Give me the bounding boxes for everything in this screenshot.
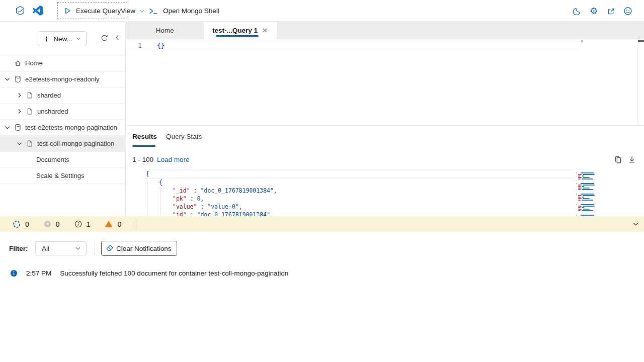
minimap-mark bbox=[581, 204, 594, 205]
chevron-down-icon[interactable] bbox=[632, 220, 639, 228]
sidebar-item-label: Home bbox=[25, 59, 43, 67]
minimap-mark bbox=[576, 194, 577, 195]
new-button[interactable]: New... bbox=[38, 31, 87, 46]
sidebar-item-home[interactable]: Home bbox=[0, 55, 125, 71]
json-token-key: "_id" bbox=[173, 187, 190, 194]
close-icon[interactable] bbox=[262, 28, 268, 34]
divider bbox=[95, 242, 95, 255]
load-more-link[interactable]: Load more bbox=[157, 156, 190, 163]
filter-label: Filter: bbox=[9, 245, 28, 252]
sidebar: New... Homee2etests-mongo-readonlysharde… bbox=[0, 22, 126, 216]
json-token-punct: , bbox=[239, 203, 243, 210]
chevron-right-icon[interactable] bbox=[16, 108, 23, 115]
minimap-mark bbox=[578, 186, 581, 187]
minimap[interactable] bbox=[576, 170, 602, 216]
download-results-button[interactable] bbox=[628, 155, 637, 164]
chevron-down-icon[interactable] bbox=[4, 76, 11, 83]
notification-status-bar: 0010 bbox=[0, 216, 644, 232]
json-token-string: "doc_0_1767819001384" bbox=[200, 187, 273, 194]
json-token-punct: : bbox=[197, 203, 207, 210]
chevron-down-icon bbox=[76, 36, 81, 41]
database-icon bbox=[14, 124, 22, 131]
execute-query-label: Execute Query bbox=[76, 7, 121, 15]
json-token-bracket: [ bbox=[146, 170, 149, 177]
status-count-value: 0 bbox=[25, 220, 29, 228]
json-token-punct: : bbox=[187, 211, 197, 216]
query-text: {} bbox=[157, 42, 165, 49]
minimap-mark bbox=[578, 200, 581, 201]
result-json-line: "pk" : 0, bbox=[142, 195, 574, 203]
tab-query-label: test-...Query 1 bbox=[212, 27, 258, 34]
sidebar-item-documents[interactable]: Documents bbox=[0, 152, 125, 168]
sidebar-item-scale-settings[interactable]: Scale & Settings bbox=[0, 168, 125, 184]
editor-scrollbar[interactable] bbox=[637, 39, 644, 125]
notification-text: Successfully fetched 100 document for co… bbox=[60, 269, 288, 277]
tab-results[interactable]: Results bbox=[132, 133, 157, 140]
results-json-viewer[interactable]: [{"_id" : "doc_0_1767819001384","pk" : 0… bbox=[142, 170, 574, 216]
minimap-block bbox=[576, 172, 602, 180]
minimap-mark bbox=[576, 172, 577, 173]
sidebar-item-unsharded[interactable]: unsharded bbox=[0, 104, 125, 120]
collapse-sidebar-button[interactable] bbox=[114, 34, 122, 42]
view-dropdown[interactable]: View bbox=[121, 0, 145, 22]
minimap-mark bbox=[576, 204, 577, 205]
plus-icon bbox=[43, 36, 50, 42]
current-line-highlight bbox=[126, 41, 579, 49]
minimap-mark bbox=[583, 195, 595, 196]
minimap-mark bbox=[583, 198, 590, 199]
chevron-down-icon bbox=[75, 245, 81, 251]
chevron-down-icon bbox=[139, 8, 145, 14]
settings-button[interactable]: ⚙ bbox=[589, 6, 599, 16]
chevron-right-icon[interactable] bbox=[16, 92, 23, 99]
sidebar-item-label: Documents bbox=[36, 156, 69, 163]
chevron-down-icon[interactable] bbox=[16, 140, 23, 147]
json-token-key: "value" bbox=[173, 203, 197, 210]
tab-query[interactable]: test-...Query 1 bbox=[204, 22, 277, 39]
minimap-mark bbox=[576, 215, 577, 216]
query-editor[interactable]: 1 {} bbox=[126, 39, 644, 126]
sidebar-item-test-e2etests-mongo-pagination[interactable]: test-e2etests-mongo-pagination bbox=[0, 120, 125, 136]
notification-message: 2:57 PM Successfully fetched 100 documen… bbox=[10, 269, 288, 277]
minimap-mark bbox=[581, 183, 594, 184]
theme-toggle-button[interactable] bbox=[572, 6, 582, 16]
tab-query-stats[interactable]: Query Stats bbox=[166, 133, 202, 140]
copy-results-button[interactable] bbox=[614, 155, 623, 164]
clear-notifications-button[interactable]: Clear Notifications bbox=[101, 241, 177, 256]
minimap-mark bbox=[578, 178, 581, 179]
minimap-mark bbox=[582, 207, 584, 208]
terminal-icon bbox=[149, 8, 158, 15]
tab-home[interactable]: Home bbox=[126, 22, 204, 39]
minimap-mark bbox=[581, 215, 594, 216]
sidebar-item-test-coll-mongo-pagination[interactable]: test-coll-mongo-pagination bbox=[0, 136, 125, 152]
notification-counts: 0010 bbox=[13, 220, 136, 228]
refresh-button[interactable] bbox=[101, 34, 109, 42]
sidebar-item-e2etests-mongo-readonly[interactable]: e2etests-mongo-readonly bbox=[0, 71, 125, 87]
open-mongo-shell-button[interactable]: Open Mongo Shell bbox=[149, 0, 219, 22]
scrollbar-thumb[interactable] bbox=[638, 40, 644, 42]
json-token-punct: : bbox=[187, 195, 197, 202]
open-in-new-window-button[interactable] bbox=[606, 6, 616, 16]
moon-icon bbox=[573, 7, 581, 16]
result-json-line: [ bbox=[142, 170, 574, 178]
minimap-mark bbox=[576, 183, 577, 184]
chevron-down-icon[interactable] bbox=[4, 124, 11, 131]
collection-icon bbox=[26, 92, 34, 99]
feedback-button[interactable] bbox=[623, 6, 633, 16]
minimap-mark bbox=[578, 206, 582, 207]
minimap-mark bbox=[578, 188, 582, 189]
sidebar-item-label: Scale & Settings bbox=[36, 172, 84, 179]
minimap-mark bbox=[578, 185, 582, 186]
error-icon bbox=[44, 220, 51, 228]
result-range-text: 1 - 100 bbox=[132, 156, 153, 163]
vscode-logo-icon bbox=[33, 6, 43, 16]
execute-query-button[interactable]: Execute Query bbox=[57, 2, 127, 19]
sidebar-item-sharded[interactable]: sharded bbox=[0, 87, 125, 104]
result-json-line: "_id" : "doc_0_1767819001384", bbox=[142, 187, 574, 195]
minimap-mark bbox=[578, 207, 581, 208]
minimap-mark bbox=[582, 197, 584, 198]
filter-dropdown[interactable]: All bbox=[35, 241, 87, 255]
resource-tree: Homee2etests-mongo-readonlyshardedunshar… bbox=[0, 55, 125, 184]
minimap-mark bbox=[581, 194, 594, 195]
json-token-punct: , bbox=[270, 211, 274, 216]
sidebar-header: New... bbox=[0, 22, 125, 55]
